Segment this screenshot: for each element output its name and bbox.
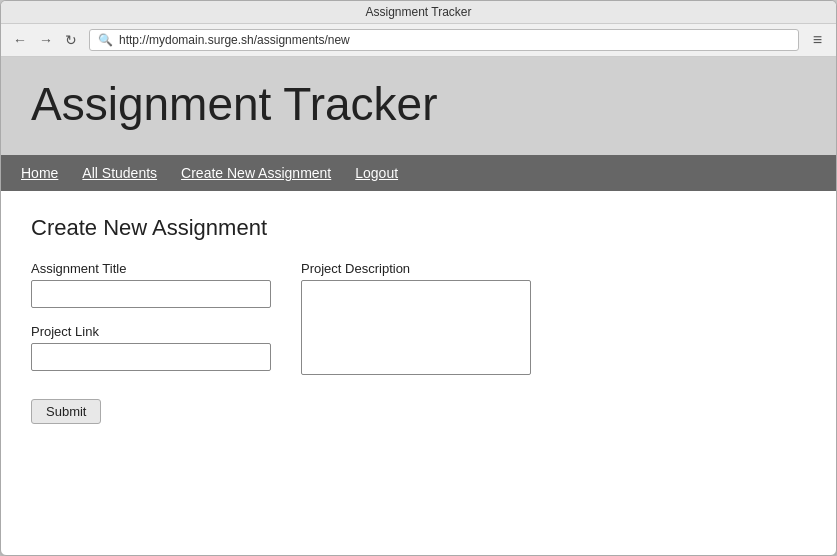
form-left-column: Assignment Title Project Link Submit: [31, 261, 271, 424]
nav-create-assignment[interactable]: Create New Assignment: [169, 163, 343, 183]
back-button[interactable]: ←: [9, 31, 31, 49]
nav-all-students[interactable]: All Students: [70, 163, 169, 183]
project-description-input[interactable]: [301, 280, 531, 375]
form-title: Create New Assignment: [31, 215, 806, 241]
content-area: Create New Assignment Assignment Title P…: [1, 191, 836, 491]
assignment-title-input[interactable]: [31, 280, 271, 308]
search-icon: 🔍: [98, 33, 113, 47]
page-header: Assignment Tracker: [1, 57, 836, 155]
project-link-group: Project Link: [31, 324, 271, 371]
form-layout: Assignment Title Project Link Submit Pro…: [31, 261, 806, 424]
nav-buttons: ← → ↻: [9, 31, 81, 49]
nav-logout[interactable]: Logout: [343, 163, 410, 183]
menu-button[interactable]: ≡: [807, 29, 828, 51]
submit-button[interactable]: Submit: [31, 399, 101, 424]
browser-window: Assignment Tracker ← → ↻ 🔍 ≡ Assignment …: [0, 0, 837, 556]
refresh-button[interactable]: ↻: [61, 31, 81, 49]
project-link-input[interactable]: [31, 343, 271, 371]
title-bar: Assignment Tracker: [1, 1, 836, 24]
nav-home[interactable]: Home: [21, 163, 70, 183]
submit-row: Submit: [31, 399, 271, 424]
form-right-column: Project Description: [301, 261, 531, 375]
browser-title: Assignment Tracker: [365, 5, 471, 19]
assignment-title-label: Assignment Title: [31, 261, 271, 276]
address-bar-container: 🔍: [89, 29, 799, 51]
address-input[interactable]: [119, 33, 790, 47]
assignment-title-group: Assignment Title: [31, 261, 271, 308]
app-title: Assignment Tracker: [31, 77, 806, 131]
browser-controls: ← → ↻ 🔍 ≡: [1, 24, 836, 57]
project-description-label: Project Description: [301, 261, 531, 276]
forward-button[interactable]: →: [35, 31, 57, 49]
nav-bar: Home All Students Create New Assignment …: [1, 155, 836, 191]
project-link-label: Project Link: [31, 324, 271, 339]
